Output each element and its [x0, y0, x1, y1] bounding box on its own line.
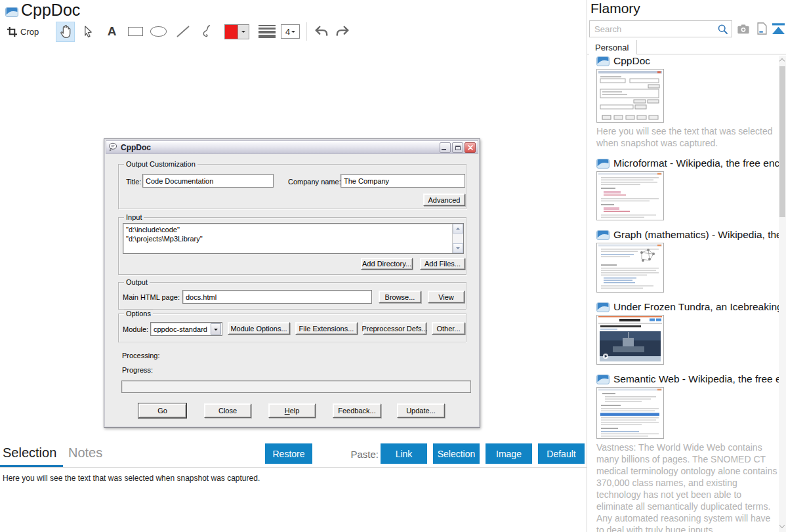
add-directory-button[interactable]: Add Directory...: [361, 258, 413, 270]
history-sidebar: Flamory Personal: [587, 0, 786, 532]
progress-label: Progress:: [122, 366, 153, 374]
minimize-icon: [442, 149, 446, 150]
item-header[interactable]: Under Frozen Tundra, an Icebreaking Ship…: [596, 301, 779, 313]
squiggle-icon: [201, 24, 213, 39]
scrollbar-thumb[interactable]: [779, 66, 785, 217]
combo-dropdown-button[interactable]: [211, 323, 221, 335]
group-legend: Options: [124, 310, 153, 318]
restore-button[interactable]: Restore: [265, 443, 312, 464]
crop-button[interactable]: Crop: [5, 27, 41, 37]
snapshot-thumbnail[interactable]: [596, 315, 664, 365]
color-picker[interactable]: [224, 24, 249, 39]
hand-tool-button[interactable]: [56, 22, 75, 42]
close-button[interactable]: [465, 142, 476, 153]
item-title: Microformat - Wikipedia, the free encycl…: [613, 157, 779, 169]
group-legend: Output Customization: [124, 160, 197, 169]
textarea-scrollbar[interactable]: [452, 224, 463, 253]
editor-toolbar: Crop A: [0, 20, 587, 43]
triangle-down-icon: [456, 247, 460, 251]
camera-icon[interactable]: [737, 24, 750, 34]
thumbnail-webpage-graph-image: [597, 243, 663, 292]
list-item[interactable]: Under Frozen Tundra, an Icebreaking Ship…: [596, 301, 779, 365]
item-header[interactable]: Semantic Web - Wikipedia, the free encyc…: [596, 373, 779, 385]
text-tool-button[interactable]: A: [102, 22, 121, 42]
freehand-tool-button[interactable]: [197, 22, 217, 42]
tab-notes[interactable]: Notes: [68, 445, 102, 460]
scroll-up-button[interactable]: [453, 224, 463, 234]
snapshot-thumbnail[interactable]: [596, 69, 664, 123]
tab-personal[interactable]: Personal: [589, 40, 637, 54]
module-label: Module:: [123, 325, 148, 333]
item-title: Semantic Web - Wikipedia, the free encyc…: [613, 373, 779, 385]
paste-link-button[interactable]: Link: [381, 443, 427, 464]
go-button[interactable]: Go: [138, 403, 186, 418]
flamory-app-window: CppDoc Crop A: [0, 0, 786, 532]
company-name-field[interactable]: [341, 174, 465, 188]
search-input[interactable]: [589, 20, 732, 37]
add-files-button[interactable]: Add Files...: [420, 258, 465, 270]
rectangle-icon: [128, 27, 143, 36]
view-button[interactable]: View: [428, 291, 465, 303]
snapshot-thumbnail[interactable]: [596, 243, 664, 293]
search-icon[interactable]: [717, 24, 728, 35]
sidebar-scrollbar[interactable]: [779, 56, 786, 532]
processing-label: Processing:: [122, 352, 159, 359]
preprocessor-defs-button[interactable]: Preprocessor Defs...: [363, 322, 426, 335]
tab-selection[interactable]: Selection: [3, 445, 56, 460]
maximize-icon: [455, 146, 461, 150]
line-tool-button[interactable]: [173, 22, 192, 42]
snapshot-icon: [596, 56, 610, 66]
snapshot-canvas[interactable]: CppDoc Output Customization Tit: [0, 43, 587, 441]
selection-text: Here you will see the text that was sele…: [3, 474, 260, 483]
snapshot-thumbnail[interactable]: [596, 387, 664, 439]
scroll-up-icon[interactable]: [779, 58, 785, 64]
item-header[interactable]: Graph (mathematics) - Wikipedia, the fre…: [596, 229, 779, 241]
snapshot-thumbnail[interactable]: [596, 171, 664, 220]
advanced-button[interactable]: Advanced: [423, 194, 465, 206]
snapshot-title: CppDoc: [21, 1, 80, 20]
main-html-page-field[interactable]: [182, 290, 372, 304]
thumbnail-webpage-image: [597, 172, 663, 220]
update-button[interactable]: Update...: [397, 403, 445, 418]
list-item[interactable]: Microformat - Wikipedia, the free encycl…: [596, 157, 779, 220]
title-field[interactable]: [142, 174, 274, 188]
undo-button[interactable]: [312, 22, 331, 42]
list-item[interactable]: Semantic Web - Wikipedia, the free encyc…: [596, 373, 779, 532]
editor-pane: CppDoc Crop A: [0, 0, 587, 532]
color-dropdown-button[interactable]: [238, 24, 249, 39]
new-note-icon[interactable]: [757, 22, 767, 35]
list-item[interactable]: CppDoc: [596, 55, 779, 149]
redo-button[interactable]: [333, 22, 352, 42]
list-item[interactable]: Graph (mathematics) - Wikipedia, the fre…: [596, 229, 779, 293]
scroll-down-button[interactable]: [453, 243, 463, 253]
help-button[interactable]: Help: [268, 403, 316, 418]
ellipse-tool-button[interactable]: [149, 22, 168, 42]
item-header[interactable]: CppDoc: [596, 55, 779, 67]
maximize-button[interactable]: [452, 142, 463, 153]
feedback-button[interactable]: Feedback...: [333, 403, 381, 418]
close-dialog-button[interactable]: Close: [204, 403, 251, 418]
minimize-button[interactable]: [440, 142, 451, 153]
toolbar-separator: [306, 22, 307, 41]
stroke-size-select[interactable]: 4: [281, 24, 300, 39]
input-paths-textarea[interactable]: "d:\include\code" "d:\projects\Mp3Librar…: [123, 223, 464, 254]
file-extensions-button[interactable]: File Extensions...: [295, 322, 358, 335]
browse-button[interactable]: Browse...: [379, 291, 421, 303]
scroll-down-icon[interactable]: [779, 523, 785, 528]
group-legend: Input: [124, 213, 144, 222]
item-caption: Vastness: The World Wide Web contains ma…: [596, 441, 779, 532]
item-header[interactable]: Microformat - Wikipedia, the free encycl…: [596, 157, 779, 169]
dialog-titlebar[interactable]: CppDoc: [106, 140, 478, 154]
module-select[interactable]: cppdoc-standard: [150, 322, 222, 336]
other-button[interactable]: Other...: [432, 322, 465, 335]
paste-selection-button[interactable]: Selection: [433, 443, 480, 464]
paste-image-button[interactable]: Image: [486, 443, 532, 464]
thumbnail-dialog-image: [597, 70, 663, 122]
triangle-up-icon: [456, 226, 460, 230]
paste-default-button[interactable]: Default: [538, 443, 585, 464]
select-tool-button[interactable]: [79, 22, 98, 42]
flamory-logo-icon[interactable]: [772, 22, 785, 35]
ellipse-icon: [150, 26, 167, 37]
rectangle-tool-button[interactable]: [126, 22, 145, 42]
module-options-button[interactable]: Module Options...: [228, 322, 290, 335]
